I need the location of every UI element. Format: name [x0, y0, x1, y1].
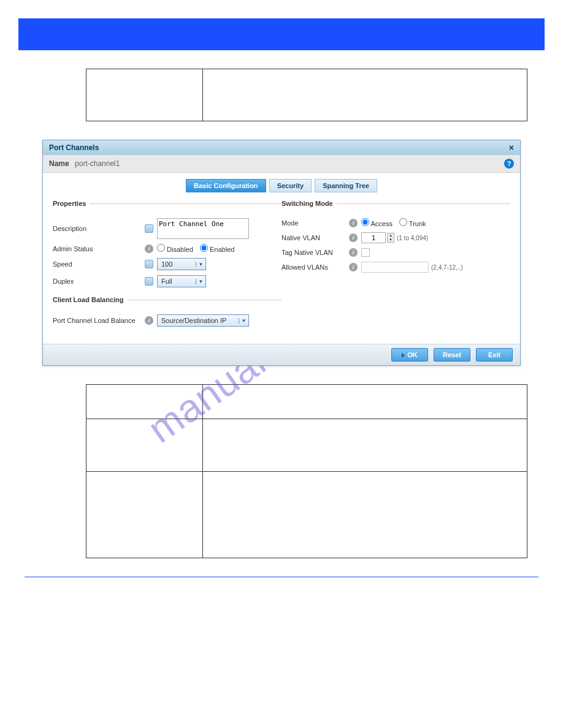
info-icon[interactable]: i	[349, 219, 358, 227]
ok-button[interactable]: OK	[391, 348, 428, 362]
lower-row2-left	[86, 472, 203, 558]
help-icon[interactable]: ?	[504, 159, 514, 169]
dialog-button-bar: OK Reset Exit	[43, 344, 520, 365]
row-mode: Mode i Access Trunk	[282, 218, 510, 227]
native-vlan-input[interactable]	[361, 232, 386, 243]
admin-enabled-label: Enabled	[210, 246, 234, 253]
port-channels-dialog: Port Channels × Name port-channel1 ? Bas…	[42, 140, 521, 366]
speed-select-value: 100	[161, 260, 172, 268]
duplex-label: Duplex	[53, 278, 145, 285]
speed-label: Speed	[53, 260, 145, 268]
dialog-name-bar: Name port-channel1 ?	[43, 155, 520, 173]
info-icon[interactable]: i	[145, 245, 153, 253]
step-up-icon[interactable]: ▲	[388, 233, 394, 238]
pclb-select[interactable]: Source/Destination IP ▼	[157, 314, 249, 327]
info-icon[interactable]: i	[349, 263, 358, 271]
tag-native-label: Tag Native VLAN	[282, 249, 349, 256]
lower-table	[86, 384, 527, 558]
admin-disabled-label: Disabled	[167, 246, 193, 253]
apply-to-range-icon[interactable]	[145, 224, 153, 233]
properties-fieldset: Properties Description Port Channel One …	[53, 200, 282, 292]
pclb-label: Port Channel Load Balance	[53, 317, 145, 324]
description-label: Description	[53, 225, 145, 232]
left-panel: Properties Description Port Channel One …	[53, 196, 282, 332]
upper-table	[86, 69, 527, 121]
row-tag-native: Tag Native VLAN i	[282, 248, 510, 257]
allowed-vlans-label: Allowed VLANs	[282, 264, 349, 271]
switching-legend: Switching Mode	[282, 200, 337, 207]
row-allowed-vlans: Allowed VLANs i (2,4,7-12,..)	[282, 262, 510, 273]
chevron-down-icon: ▼	[196, 279, 205, 284]
lower-row1-right	[203, 419, 527, 471]
native-vlan-label: Native VLAN	[282, 234, 349, 241]
allowed-vlans-input[interactable]	[361, 262, 429, 273]
dialog-title: Port Channels	[49, 143, 99, 152]
info-icon[interactable]: i	[349, 233, 358, 242]
exit-button-label: Exit	[488, 351, 500, 358]
admin-status-label: Admin Status	[53, 245, 145, 252]
properties-legend: Properties	[53, 200, 90, 207]
info-icon[interactable]: i	[349, 248, 358, 257]
mode-trunk-radio[interactable]: Trunk	[399, 220, 426, 227]
clb-legend: Client Load Balancing	[53, 296, 128, 303]
row-native-vlan: Native VLAN i ▲▼ (1 to 4,094)	[282, 232, 510, 243]
apply-to-range-icon[interactable]	[145, 277, 153, 286]
tab-security[interactable]: Security	[269, 179, 312, 192]
reset-button-label: Reset	[443, 351, 461, 358]
name-value: port-channel1	[75, 159, 120, 168]
step-down-icon[interactable]: ▼	[388, 238, 394, 242]
tab-basic-configuration[interactable]: Basic Configuration	[186, 179, 266, 192]
pclb-select-value: Source/Destination IP	[161, 317, 226, 324]
mode-label: Mode	[282, 219, 349, 227]
duplex-select-value: Full	[161, 278, 172, 285]
mode-access-radio[interactable]: Access	[361, 220, 393, 227]
page-header-bar	[18, 18, 545, 50]
upper-table-cell-left	[86, 69, 203, 121]
apply-to-range-icon[interactable]	[145, 260, 153, 268]
description-input[interactable]: Port Channel One	[157, 218, 249, 239]
lower-row0-right	[203, 385, 527, 419]
native-vlan-stepper[interactable]: ▲▼	[387, 233, 394, 243]
admin-disabled-radio[interactable]: Disabled	[157, 246, 193, 253]
info-icon[interactable]: i	[145, 316, 153, 325]
row-pclb: Port Channel Load Balance i Source/Desti…	[53, 314, 282, 327]
exit-button[interactable]: Exit	[476, 348, 513, 362]
ok-button-label: OK	[407, 351, 418, 358]
row-speed: Speed 100 ▼	[53, 258, 282, 270]
chevron-down-icon: ▼	[196, 262, 205, 267]
mode-access-label: Access	[370, 220, 392, 227]
reset-button[interactable]: Reset	[434, 348, 470, 362]
row-admin-status: Admin Status i Disabled Enabled	[53, 244, 282, 253]
right-panel: Switching Mode Mode i Access Trunk Nativ…	[282, 196, 510, 332]
lower-row1-left	[86, 419, 203, 471]
allowed-vlans-hint: (2,4,7-12,..)	[431, 264, 463, 271]
close-icon[interactable]: ×	[509, 143, 514, 153]
upper-table-cell-right	[203, 69, 527, 121]
play-icon	[402, 353, 405, 358]
dialog-body: Properties Description Port Channel One …	[43, 196, 520, 344]
tab-spanning-tree[interactable]: Spanning Tree	[315, 179, 377, 192]
switching-mode-fieldset: Switching Mode Mode i Access Trunk Nativ…	[282, 200, 510, 278]
lower-row2-right	[203, 472, 527, 558]
speed-select[interactable]: 100 ▼	[157, 258, 206, 270]
footer-rule	[25, 577, 538, 577]
admin-enabled-radio[interactable]: Enabled	[200, 246, 234, 253]
row-duplex: Duplex Full ▼	[53, 275, 282, 287]
chevron-down-icon: ▼	[239, 318, 248, 324]
mode-trunk-label: Trunk	[409, 220, 426, 227]
dialog-titlebar: Port Channels ×	[43, 140, 520, 155]
tag-native-checkbox[interactable]	[361, 248, 370, 257]
tabs-row: Basic Configuration Security Spanning Tr…	[43, 173, 520, 196]
name-label: Name	[49, 159, 69, 168]
native-vlan-hint: (1 to 4,094)	[397, 235, 428, 241]
client-load-balancing-fieldset: Client Load Balancing Port Channel Load …	[53, 296, 282, 332]
lower-row0-left	[86, 385, 203, 419]
row-description: Description Port Channel One	[53, 218, 282, 239]
duplex-select[interactable]: Full ▼	[157, 275, 206, 287]
